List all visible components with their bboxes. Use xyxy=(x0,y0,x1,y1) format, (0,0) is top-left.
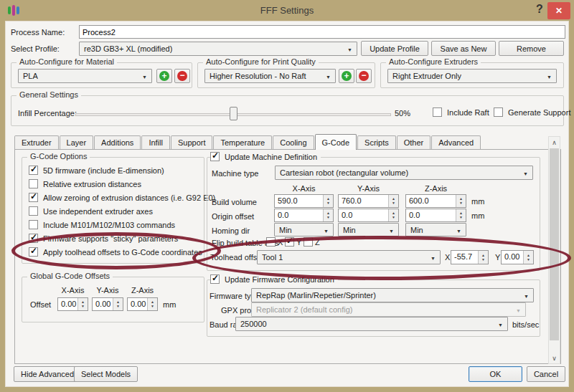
tab-temperature[interactable]: Temperature xyxy=(213,135,272,149)
tab-cooling[interactable]: Cooling xyxy=(273,135,314,149)
mm-unit-label: mm xyxy=(471,197,484,206)
fff-settings-dialog: FFF Settings ? Process Name: Select Prof… xyxy=(0,0,574,392)
checkbox[interactable] xyxy=(29,193,38,202)
plus-icon xyxy=(342,71,352,81)
toolhead-tool-select[interactable]: Tool 1 xyxy=(257,250,441,264)
tab-infill[interactable]: Infill xyxy=(141,135,170,149)
ok-button[interactable]: OK xyxy=(469,366,522,382)
spinner-arrows-icon[interactable] xyxy=(523,251,533,264)
checkbox[interactable] xyxy=(29,206,38,216)
process-name-input[interactable] xyxy=(79,25,565,39)
update-profile-button[interactable]: Update Profile xyxy=(361,41,428,56)
spinner-arrows-icon[interactable] xyxy=(113,298,123,310)
flip-y-checkbox-row[interactable]: Y xyxy=(285,237,301,247)
material-add-button[interactable] xyxy=(156,69,172,83)
material-select[interactable]: PLA xyxy=(18,69,152,83)
checkbox[interactable] xyxy=(29,179,38,188)
minus-icon xyxy=(177,71,187,81)
flip-z-checkbox[interactable] xyxy=(304,237,313,247)
toolhead-y-label: Y xyxy=(495,253,500,262)
generate-support-checkbox[interactable] xyxy=(494,107,503,117)
origin-offset-z-spinbox[interactable]: 0.0 xyxy=(405,209,466,222)
checkbox[interactable] xyxy=(29,247,38,257)
baud-rate-select[interactable]: 250000 xyxy=(235,317,508,331)
save-as-new-button[interactable]: Save as New xyxy=(431,41,496,56)
spinner-arrows-icon[interactable] xyxy=(323,195,333,207)
spinner-arrows-icon[interactable] xyxy=(388,209,398,221)
homing-dir-z-select[interactable]: Min xyxy=(405,223,466,236)
global-offset-z-spinbox[interactable]: 0.00 xyxy=(127,297,158,311)
tab-scripts[interactable]: Scripts xyxy=(357,135,396,149)
infill-slider-handle[interactable] xyxy=(230,107,237,120)
remove-button[interactable]: Remove xyxy=(499,41,564,56)
build-volume-z-spinbox[interactable]: 600.0 xyxy=(405,194,466,208)
homing-dir-y-select[interactable]: Min xyxy=(338,223,399,236)
dropdown-arrow-icon xyxy=(320,226,329,234)
quality-select[interactable]: Higher Resolution - No Raft xyxy=(204,69,336,83)
build-volume-y-spinbox[interactable]: 760.0 xyxy=(338,194,399,208)
global-offset-x-spinbox[interactable]: 0.00 xyxy=(57,297,88,311)
spinner-arrows-icon[interactable] xyxy=(323,209,333,221)
infill-value: 50% xyxy=(395,109,410,118)
update-firmware-checkbox[interactable] xyxy=(210,274,220,284)
update-machine-definition-row[interactable]: Update Machine Definition xyxy=(210,152,321,161)
firmware-type-select[interactable]: RepRap (Marlin/Repetier/Sprinter) xyxy=(251,288,534,302)
quality-remove-button[interactable] xyxy=(356,69,372,83)
machine-type-select[interactable]: Cartesian robot (rectangular volume) xyxy=(275,166,533,180)
spinner-arrows-icon[interactable] xyxy=(478,251,488,264)
update-firmware-row[interactable]: Update Firmware Configuration xyxy=(210,274,338,284)
tab-support[interactable]: Support xyxy=(171,135,213,149)
spinner-arrows-icon[interactable] xyxy=(456,195,466,207)
option-5d-firmware[interactable]: 5D firmware (include E-dimension) xyxy=(29,166,164,175)
tab-advanced[interactable]: Advanced xyxy=(431,135,481,149)
spinner-arrows-icon[interactable] xyxy=(147,298,157,310)
checkbox[interactable] xyxy=(29,220,38,229)
tab-other[interactable]: Other xyxy=(397,135,431,149)
flip-z-checkbox-row[interactable]: Z xyxy=(304,237,320,247)
homing-dir-x-select[interactable]: Min xyxy=(274,223,334,236)
minus-icon xyxy=(359,71,369,81)
option-allow-zeroing[interactable]: Allow zeroing of extrusion distances (i.… xyxy=(29,193,215,202)
vertical-scrollbar[interactable] xyxy=(548,136,560,364)
checkbox[interactable] xyxy=(29,166,38,175)
cancel-button[interactable]: Cancel xyxy=(527,366,565,382)
scroll-down-icon[interactable] xyxy=(549,353,560,363)
generate-support-checkbox-row[interactable]: Generate Support xyxy=(494,107,570,117)
option-sticky-parameters[interactable]: Firmware supports "sticky" parameters xyxy=(29,234,178,243)
build-volume-x-spinbox[interactable]: 590.0 xyxy=(274,194,334,208)
option-relative-extrusion[interactable]: Relative extrusion distances xyxy=(29,179,141,188)
flip-x-checkbox-row[interactable]: X xyxy=(266,237,283,247)
toolhead-y-spinbox[interactable]: 0.00 xyxy=(501,250,534,264)
flip-x-checkbox[interactable] xyxy=(266,237,276,247)
option-independent-axes[interactable]: Use independent extruder axes xyxy=(29,206,153,216)
profile-select[interactable]: re3D GB3+ XL (modified) xyxy=(79,42,357,56)
tab-layer[interactable]: Layer xyxy=(60,135,94,149)
tab-extruder[interactable]: Extruder xyxy=(14,135,59,149)
plus-icon xyxy=(159,71,169,81)
tab-gcode[interactable]: G-Code xyxy=(315,134,357,150)
scrollbar-thumb[interactable] xyxy=(550,148,559,340)
global-offset-y-spinbox[interactable]: 0.00 xyxy=(92,297,123,311)
spinner-arrows-icon[interactable] xyxy=(388,195,398,207)
help-button[interactable]: ? xyxy=(534,3,545,16)
option-include-m101[interactable]: Include M101/M102/M103 commands xyxy=(29,220,175,229)
toolhead-x-spinbox[interactable]: -55.7 xyxy=(451,250,489,264)
option-apply-toolhead-offsets[interactable]: Apply toolhead offsets to G-Code coordin… xyxy=(29,247,202,257)
checkbox[interactable] xyxy=(29,234,38,243)
close-button[interactable] xyxy=(547,2,570,19)
hide-advanced-button[interactable]: Hide Advanced xyxy=(14,366,81,382)
quality-add-button[interactable] xyxy=(339,69,354,83)
include-raft-checkbox-row[interactable]: Include Raft xyxy=(433,107,489,117)
tab-additions[interactable]: Additions xyxy=(94,135,141,149)
extruders-select[interactable]: Right Extruder Only xyxy=(387,69,557,83)
origin-offset-y-spinbox[interactable]: 0.0 xyxy=(338,209,399,222)
material-remove-button[interactable] xyxy=(174,69,190,83)
scroll-up-icon[interactable] xyxy=(549,137,560,148)
include-raft-checkbox[interactable] xyxy=(433,107,442,117)
update-machine-definition-checkbox[interactable] xyxy=(210,152,220,161)
spinner-arrows-icon[interactable] xyxy=(456,209,466,221)
flip-y-checkbox[interactable] xyxy=(285,237,294,247)
spinner-arrows-icon[interactable] xyxy=(77,298,88,310)
select-models-button[interactable]: Select Models xyxy=(74,366,138,382)
origin-offset-x-spinbox[interactable]: 0.0 xyxy=(274,209,334,222)
